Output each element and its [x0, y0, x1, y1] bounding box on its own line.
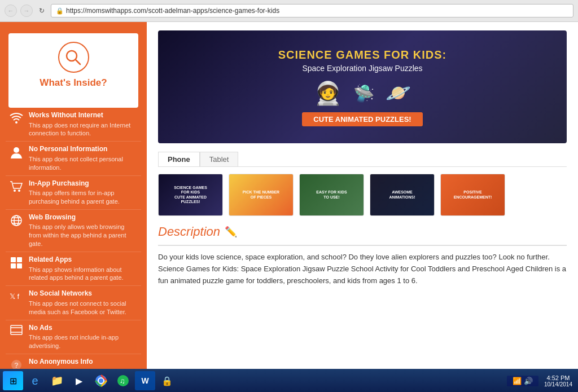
music-button[interactable]: ♫: [113, 371, 133, 390]
feature-item-related: Related Apps This app shows information …: [6, 252, 141, 286]
device-tabs: Phone Tablet: [158, 152, 567, 167]
screenshot-5[interactable]: POSITIVEENCOURAGEMENT!: [440, 174, 505, 216]
feature-text-purchase: In-App Purchasing This app offers items …: [29, 179, 138, 206]
planet-icon: 🪐: [386, 81, 411, 105]
right-content: SCIENCE GAMES FOR KIDS: Space Exploratio…: [147, 22, 578, 369]
description-divider: [158, 245, 567, 246]
screenshot-2[interactable]: PICK THE NUMBEROF PIECES: [229, 174, 294, 216]
feature-item-social: 𝕏 f No Social Networks This app does not…: [6, 286, 141, 320]
screenshot-1[interactable]: SCIENCE GAMESFOR KIDSCUTE ANIMATEDPUZZLE…: [158, 174, 223, 216]
svg-point-2: [15, 121, 17, 124]
tablet-tab[interactable]: Tablet: [200, 152, 239, 166]
feature-text-related: Related Apps This app shows information …: [29, 256, 138, 282]
feature-list: Works Without Internet This app does not…: [0, 108, 147, 369]
wifi-icon: [8, 111, 24, 126]
system-tray: 📶 🔊: [507, 376, 538, 386]
word-button[interactable]: W: [135, 371, 155, 390]
social-icon: 𝕏 f: [8, 289, 24, 305]
svg-point-4: [14, 190, 16, 192]
svg-rect-11: [11, 257, 16, 262]
clock-date: 10/14/2014: [544, 381, 572, 387]
whats-inside-panel: What's Inside?: [8, 33, 138, 108]
feature-text-personal: No Personal Information This app does no…: [29, 145, 138, 171]
screenshots-grid: SCIENCE GAMESFOR KIDSCUTE ANIMATEDPUZZLE…: [158, 174, 567, 216]
taskbar-right: 📶 🔊 4:52 PM 10/14/2014: [507, 375, 575, 387]
description-text: Do your kids love science, space explora…: [158, 252, 567, 287]
description-header: Description ✏️: [158, 224, 567, 239]
globe-icon: [8, 213, 24, 230]
forward-button[interactable]: →: [20, 5, 33, 17]
address-bar[interactable]: 🔒 https://momswithapps.com/scott-adelman…: [51, 4, 573, 17]
svg-point-3: [14, 147, 19, 153]
ie-button[interactable]: e: [25, 371, 45, 390]
question-icon: ?: [8, 358, 24, 369]
magnifier-icon: [58, 42, 89, 73]
svg-point-23: [99, 378, 103, 383]
person-icon: [8, 145, 24, 162]
banner-subtitle: Space Exploration Jigsaw Puzzles: [302, 64, 422, 73]
feature-item-browsing: Web Browsing This app only allows web br…: [6, 210, 141, 252]
banner-characters: 🧑‍🚀 🛸 🪐: [314, 80, 411, 107]
description-title: Description: [158, 224, 220, 239]
svg-text:𝕏 f: 𝕏 f: [10, 292, 20, 301]
lock-button[interactable]: 🔒: [157, 371, 177, 390]
phone-tab[interactable]: Phone: [158, 152, 200, 166]
taskbar: ⊞ e 📁 ▶ ♫ W 🔒 📶 🔊 4:52 PM 10/14/2014: [0, 369, 578, 392]
astronaut-icon: 🧑‍🚀: [314, 80, 342, 107]
browser-toolbar: ← → ↻ 🔒 https://momswithapps.com/scott-a…: [0, 0, 578, 21]
ad-icon: [8, 324, 24, 338]
svg-line-1: [76, 60, 80, 64]
apps-icon: [8, 256, 24, 272]
cart-icon: [8, 179, 24, 196]
clock: 4:52 PM 10/14/2014: [541, 375, 575, 387]
svg-rect-12: [17, 257, 22, 262]
media-button[interactable]: ▶: [69, 371, 89, 390]
screenshot-4[interactable]: AWESOMEANIMATIONS!: [370, 174, 435, 216]
feature-text-ads: No Ads This app does not include in-app …: [29, 324, 138, 350]
feature-text-social: No Social Networks This app does not con…: [29, 289, 138, 316]
back-button[interactable]: ←: [5, 5, 17, 17]
feature-text-browsing: Web Browsing This app only allows web br…: [29, 213, 138, 248]
volume-tray-icon: 🔊: [524, 377, 533, 385]
url-text: https://momswithapps.com/scott-adelman-a…: [66, 7, 279, 15]
svg-rect-14: [17, 263, 22, 268]
clock-time: 4:52 PM: [544, 375, 572, 381]
svg-rect-13: [11, 263, 16, 268]
divider-line: [56, 93, 90, 95]
svg-text:♫: ♫: [120, 377, 125, 385]
main-content: What's Inside? Works Without Internet T: [0, 22, 578, 369]
feature-item-wifi: Works Without Internet This app does not…: [6, 108, 141, 142]
svg-rect-16: [11, 325, 22, 334]
feature-item-anon: ? No Anonymous Info This app does not co…: [6, 354, 141, 369]
banner-title: SCIENCE GAMES FOR KIDS:: [278, 48, 447, 61]
left-sidebar: What's Inside? Works Without Internet T: [0, 22, 147, 369]
folder-button[interactable]: 📁: [47, 371, 67, 390]
start-button[interactable]: ⊞: [3, 371, 23, 390]
feature-text-anon: No Anonymous Info This app does not coll…: [29, 358, 138, 369]
banner-inner: SCIENCE GAMES FOR KIDS: Space Exploratio…: [158, 30, 567, 143]
svg-point-5: [18, 190, 20, 192]
ufo-icon: 🛸: [353, 83, 374, 103]
network-tray-icon: 📶: [513, 377, 522, 385]
feature-item-purchase: In-App Purchasing This app offers items …: [6, 176, 141, 210]
whats-inside-title: What's Inside?: [14, 77, 133, 89]
svg-text:?: ?: [14, 361, 19, 369]
app-banner: SCIENCE GAMES FOR KIDS: Space Exploratio…: [158, 30, 567, 143]
feature-item-ads: No Ads This app does not include in-app …: [6, 320, 141, 354]
feature-text-wifi: Works Without Internet This app does not…: [29, 111, 138, 138]
banner-bottom-text: CUTE ANIMATED PUZZLES!: [302, 112, 422, 126]
screenshot-3[interactable]: EASY FOR KIDSTO USE!: [299, 174, 364, 216]
browser-chrome: ← → ↻ 🔒 https://momswithapps.com/scott-a…: [0, 0, 578, 22]
pencil-icon: ✏️: [225, 226, 237, 238]
chrome-button[interactable]: [91, 371, 111, 390]
refresh-button[interactable]: ↻: [36, 5, 47, 16]
ssl-lock-icon: 🔒: [56, 7, 64, 15]
feature-item-personal: No Personal Information This app does no…: [6, 142, 141, 175]
